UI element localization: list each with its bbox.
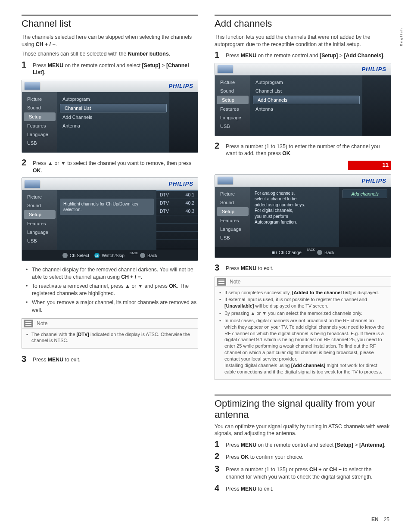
menu-side-item: Features [22,219,57,228]
channel-row: DTV40.2 [156,199,198,207]
cl-step-2: 2 Press ▲ or ▼ to select the channel you… [22,158,198,174]
ac-step-3: 3 Press MENU to exit. [215,263,391,272]
menu-mid-item: Add Channels [57,113,169,121]
menu-mid-item: Autoprogram [250,78,362,87]
note-box-channel-list: Note The channel with the [DTV] indicate… [22,318,198,349]
menu-side-item: Setup [24,210,56,219]
menu-mid-item: Add Channels [253,96,360,104]
note-item: If setup completes successfully, [Added … [219,289,386,296]
philips-logo: PHILIPS [168,83,193,89]
ac-step-2: 2 Press a number (1 to 135) to enter the… [215,141,391,157]
menu-mid-item: Channel List [250,87,362,95]
bullet-item: To reactivate a removed channel, press ▲… [32,283,198,297]
add-channels-right-label: Add channels [342,190,387,198]
opt-step-4: 4 Press MENU to exit. [215,484,391,493]
menu-side-item: Language [22,130,57,139]
philips-logo: PHILIPS [361,66,386,72]
menu-side-item: Sound [215,198,250,207]
tips-text: For analog channels, select a channel to… [250,187,339,247]
menu-screenshot-add-channels: PHILIPS PictureSoundSetupFeaturesLanguag… [215,63,391,136]
menu-side-item: Picture [22,193,57,201]
channel-row: DTV40.3 [156,207,198,215]
menu-side-item: Sound [215,87,250,95]
grid-icon [271,250,277,255]
back-label-small: BACK [307,248,315,251]
menu-side-item: Features [215,105,250,113]
left-column: Channel list The channels selected here … [22,15,198,496]
note-box-add-channels: Note If setup completes successfully, [A… [215,277,391,380]
menu-screenshot-channel-rows: PHILIPS PictureSoundSetupFeaturesLanguag… [22,177,198,261]
optimize-intro: You can optimize your signal quality by … [215,423,391,437]
menu-side-item: USB [215,233,250,242]
menu-side-item: Features [22,121,57,130]
note-icon [24,320,33,327]
note-item: If external input is used, it is not pos… [219,296,386,309]
back-label-small: BACK [130,252,138,255]
tab-icon [25,82,40,90]
menu-side-item: Features [215,216,250,225]
footer-watch-skip: Watch/Skip [102,253,125,258]
menu-side-item: Language [22,228,57,236]
ok-icon: OK [94,253,100,258]
note-label: Note [37,320,47,327]
menu-side-item: Sound [22,103,57,112]
channel-row: DTV40.1 [156,190,198,199]
menu-side-item: Picture [22,95,57,103]
opt-step-1: 1 Press MENU on the remote control and s… [215,440,391,449]
menu-side-item: USB [22,139,57,147]
bullet-item: When you remove a major channel, its min… [32,299,198,314]
note-icon [217,278,226,286]
menu-side-item: Setup [24,112,56,121]
philips-logo: PHILIPS [361,177,386,184]
add-channels-title: Add channels [215,18,391,29]
optimize-title: Optimizing the signal quality from your … [215,398,391,420]
cl-step-1: 1 Press MENU on the remote control and s… [22,60,198,76]
note-label: Note [230,279,240,285]
menu-side-item: Sound [22,201,57,210]
opt-step-3: 3 Press a number (1 to 135) or press CH … [215,464,391,480]
side-language-label: English [399,28,403,46]
menu-mid-item: Autoprogram [57,95,169,103]
tooltip-ch-select: Highlight channels for Ch Up/Down key se… [60,199,154,215]
ac-step-1: 1 Press MENU on the remote control and [… [215,50,391,59]
note-item: In most cases, digital channels are not … [219,317,386,375]
tab-icon [218,177,233,184]
footer-back: Back [147,253,157,258]
back-dot-icon [140,253,145,258]
channel-list-intro-1: The channels selected here can be skippe… [22,34,198,48]
footer-back: Back [324,250,334,255]
opt-step-2: 2 Press OK to confirm your choice. [215,452,391,461]
channel-number-display: 11 [348,161,391,170]
dot-icon [62,253,68,258]
menu-side-item: Picture [215,78,250,87]
note-item: The channel with the [DTV] indicated on … [26,331,193,344]
note-item: By pressing ▲ or ▼ you can select the me… [219,310,386,317]
menu-side-item: Picture [215,190,250,198]
channel-list-intro-2: Those channels can still be selected wit… [22,50,198,58]
menu-side-item: Language [215,225,250,233]
bullet-item: The channel display for the removed chan… [32,266,198,281]
philips-logo: PHILIPS [168,180,193,187]
menu-screenshot-add-channels-tips: PHILIPS PictureSoundSetupFeaturesLanguag… [215,174,391,258]
right-column: Add channels This function lets you add … [215,15,391,496]
channel-list-title: Channel list [22,18,198,29]
menu-mid-item: Antenna [250,105,362,113]
menu-mid-item: Antenna [57,121,169,130]
cl-step-3: 3 Press MENU to exit. [22,355,198,364]
menu-side-item: Setup [217,96,249,104]
menu-mid-item: Channel List [60,104,167,112]
menu-side-item: USB [22,236,57,245]
menu-screenshot-channel-list: PHILIPS PictureSoundSetupFeaturesLanguag… [22,80,198,153]
menu-side-item: Setup [217,207,249,216]
back-dot-icon [317,250,322,255]
tab-icon [218,65,233,73]
footer-ch-select: Ch Select [70,253,90,258]
menu-side-item: USB [215,122,250,131]
menu-side-item: Language [215,113,250,122]
footer-ch-change: Ch Change [279,250,302,255]
page-footer: EN25 [371,516,389,523]
tab-icon [25,180,40,188]
add-channels-intro: This function lets you add the channels … [215,34,391,48]
